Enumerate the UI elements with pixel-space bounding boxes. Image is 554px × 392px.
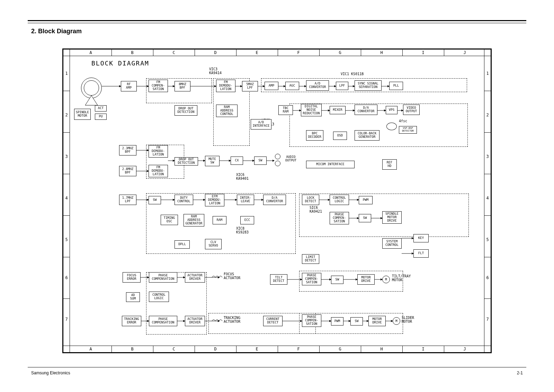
col-b-top: B [125,49,139,56]
tick [361,346,361,353]
tick [63,132,70,133]
tick [236,49,236,56]
tick [484,91,491,91]
blk-spindle-motor: SPINDLE MOTOR [74,109,91,120]
col-i-bot: I [416,346,430,353]
blk-dig-noise: DIGITAL NOISE REDUCTION [301,104,322,116]
blk-da-conv2: D/A CONVERTOR [263,195,286,205]
tick [63,91,70,91]
blk-tbc-ram: TBC RAM [278,105,293,115]
motor-icon: M [382,276,390,283]
col-j-bot: J [458,346,472,353]
blk-pwm-r: PWM [359,196,373,204]
diagram-title: BLOCK DIAGRAM [91,60,149,67]
blk-bpc-dec: BPC DECODER [306,130,323,141]
col-b-bot: B [125,346,139,353]
tick [361,49,361,56]
blk-mixer: MIXER [330,106,346,114]
tick [444,49,444,56]
blk-ecc: ECC [240,216,254,224]
blk-micom-if: MICOM INTERFACE [306,161,355,168]
blk-fm-compen: FM COMPEN- SATION [149,80,168,92]
col-f-top: F [292,49,305,56]
blk-dropout1: DROP OUT DETECTION [175,105,197,116]
blk-ram-addr-ctrl: RAM ADDRESS CONTROL [216,105,238,117]
blk-rf-amp: RF AMP [121,81,137,91]
blk-sw-r: SW [359,214,371,222]
row-6-l: 6 [63,274,70,281]
blk-mute-sw: MUTE SW [205,156,220,166]
blk-fm-demod1: FM DEMODU- LATION [149,145,168,158]
label-vic3: VIC3 KA9414 [209,67,222,75]
blk-lock-det: LOCK DETECT [302,195,319,205]
blk-ctrl-logic-r: CONTROL LOGIC [330,195,349,205]
row-6-r: 6 [484,274,491,281]
tick [402,346,403,353]
col-d-bot: D [208,346,222,353]
col-i-top: I [416,49,430,56]
blk-focus-err: FOCUS ERROR [123,272,141,283]
blk-dpll: DPLL [175,240,190,249]
tick [484,299,491,299]
blk-4fsc-circ [386,123,397,130]
blk-ad-iface: A/D INTERFACE [251,119,271,130]
label-slider-motor: SLIDER MOTOR [402,316,414,323]
col-d-top: D [208,49,222,56]
tick [63,215,70,216]
blk-cx: CX [231,157,243,165]
tick [484,257,491,257]
jack-icon [275,161,280,166]
blk-timing-osc: TIMING OSC [161,215,178,225]
blk-4d-sum: 4D SUM [126,292,140,302]
tick [484,132,491,133]
blk-spindle-drv: SPINDLE MOTOR DRIVE [382,211,402,224]
blk-sw-t: SW [331,276,343,284]
col-c-bot: C [167,346,181,353]
label-xic6: XIC6 KA9401 [236,173,249,180]
blk-28bpf: 2.8MHZ BPF [119,166,136,176]
blk-ram-addr-gen: RAM ADDRESS GENERATOR [184,214,204,226]
tick [444,346,444,353]
row-2-r: 2 [484,112,491,118]
blk-pwm-s: PWM [331,317,343,326]
blk-act-drv-f: ACTUATOR DRIVER [185,272,205,283]
row-2-l: 2 [63,112,70,118]
blk-phase-s: PHASE COMPEN- SATION [302,314,321,327]
disc-inner-icon [84,80,99,96]
blk-ad-conv: A/D CONVERTOR [306,80,329,91]
row-3-r: 3 [484,153,491,160]
blk-phase-comp-r: PHASE COMPEN- SATION [330,212,349,224]
col-h-bot: H [375,346,388,353]
label-sic6: SIC6 KA9421 [310,206,322,213]
blk-vps: VPS [386,106,397,114]
blk-efm-demod: EFM DEMODU- LATION [205,194,224,206]
row-1-r: 1 [484,70,491,77]
blk-audio-out: AUDIO OUTPUT [283,154,299,164]
row-7-r: 7 [484,316,491,323]
blk-ref-hd: REF HD [382,159,397,170]
blk-5mhz-lpf: 5MHZ LPF [242,81,258,91]
motor-icon: M [393,317,400,325]
blk-motor-drv-s: MOTOR DRIVE [368,316,386,326]
blk-8mhz-bpf: 8MHZ BPF [175,81,190,91]
blk-lpf: LPF [336,82,348,90]
label-vic1: VIC1 KS011B [341,72,364,76]
blk-phase-tr: PHASE COMPENSATION [149,316,177,326]
blk-23bpf: 2.3MHZ BPF [119,145,136,155]
blk-sw-s: SW [350,317,363,326]
blk-fm-demod2: FM DEMODU- LATION [149,165,168,177]
col-j-top: J [458,49,472,56]
section-title: 2. Block Diagram [31,28,82,35]
blk-current-det: CURRENT DETECT [263,316,283,326]
blk-limit-det: LIMIT DETECT [302,254,319,264]
row-7-l: 7 [63,316,70,323]
blk-flt: FLT [413,249,429,258]
blk-phase-f: PHASE COMPENSATION [149,272,177,283]
tick [236,346,236,353]
blk-phase-t: PHASE COMPEN- SATION [302,273,321,285]
col-e-top: E [250,49,264,56]
blk-ctrl-logic-l: CONTROL LOGIC [149,292,169,302]
blk-video-out: VIDEO OUTPUT [403,105,420,115]
col-c-top: C [167,49,181,56]
blk-pu: PU [95,114,107,120]
